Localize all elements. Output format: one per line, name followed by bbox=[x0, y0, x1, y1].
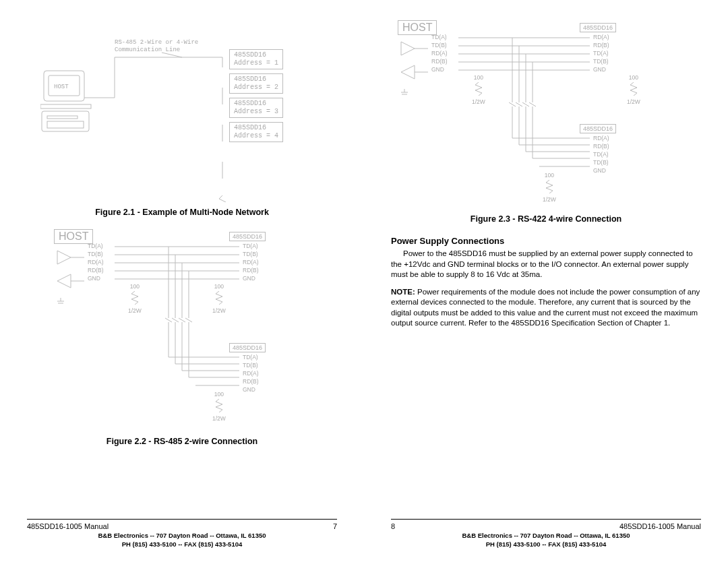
figure-2-1: RS-485 2-Wire or 4-Wire Communication Li… bbox=[27, 20, 337, 202]
node-addr: Address = 1 bbox=[234, 59, 278, 67]
footer-addr-right: B&B Electronics -- 707 Dayton Road -- Ot… bbox=[391, 532, 701, 540]
power-supply-heading: Power Supply Connections bbox=[391, 236, 701, 246]
footer-pagenum-right: 8 bbox=[391, 522, 395, 530]
res-value: 100 bbox=[212, 391, 226, 399]
res-watt: 1/2W bbox=[543, 196, 556, 204]
node-name: 485SDD16 bbox=[234, 124, 266, 131]
module-bot-pins-23: RD(A) RD(B) TD(A) TD(B) GND bbox=[593, 135, 609, 175]
node-name: 485SDD16 bbox=[234, 100, 266, 107]
node-addr: Address = 4 bbox=[234, 132, 278, 139]
module-label-bot-22: 485SDD16 bbox=[229, 343, 266, 352]
fig-2-3-caption: Figure 2.3 - RS-422 4-wire Connection bbox=[391, 214, 701, 224]
footer-manual-left: 485SDD16-1005 Manual bbox=[27, 522, 109, 530]
footer-left: 485SDD16-1005 Manual 7 B&B Electronics -… bbox=[27, 519, 337, 549]
footer-phone-right: PH (815) 433-5100 -- FAX (815) 433-5104 bbox=[391, 540, 701, 549]
page-left-content: RS-485 2-Wire or 4-Wire Communication Li… bbox=[27, 20, 337, 511]
pin-label: TD(A) bbox=[593, 151, 609, 159]
page-right-content: HOST TD(A) TD(B) RD(A) RD(B) GND 48 bbox=[391, 20, 701, 511]
page-left: RS-485 2-Wire or 4-Wire Communication Li… bbox=[0, 0, 364, 562]
node-box: 485SDD16 Address = 2 bbox=[229, 73, 283, 94]
fig-2-2-caption: Figure 2.2 - RS-485 2-wire Connection bbox=[27, 437, 337, 446]
node-addr: Address = 3 bbox=[234, 108, 278, 115]
power-supply-para1: Power to the 485SDD16 must be supplied b… bbox=[391, 249, 701, 280]
footer-phone-left: PH (815) 433-5100 -- FAX (815) 433-5104 bbox=[27, 540, 337, 549]
footer-right: 8 485SDD16-1005 Manual B&B Electronics -… bbox=[391, 519, 701, 549]
fig-2-1-caption: Figure 2.1 - Example of Multi-Node Netwo… bbox=[27, 208, 337, 217]
res-value: 100 bbox=[543, 172, 556, 180]
node-box: 485SDD16 Address = 4 bbox=[229, 122, 283, 142]
footer-addr-left: B&B Electronics -- 707 Dayton Road -- Ot… bbox=[27, 532, 337, 540]
node-box: 485SDD16 Address = 3 bbox=[229, 98, 283, 118]
power-supply-para2: NOTE: Power requirements of the module d… bbox=[391, 287, 701, 329]
footer-manual-right: 485SDD16-1005 Manual bbox=[619, 522, 701, 530]
pin-label: TD(B) bbox=[593, 159, 609, 167]
pin-label: TD(A) bbox=[243, 354, 259, 362]
res-watt: 1/2W bbox=[212, 415, 226, 423]
node-name: 485SDD16 bbox=[234, 75, 266, 83]
resistor-bot-23: 100 1/2W bbox=[543, 172, 556, 204]
figure-2-2: HOST TD(A) TD(B) RD(A) RD(B) GND 48 bbox=[27, 229, 337, 431]
node-addr: Address = 2 bbox=[234, 84, 278, 91]
pin-label: RD(A) bbox=[593, 135, 609, 143]
footer-pagenum-left: 7 bbox=[333, 522, 337, 530]
module-label-bot-23: 485SDD16 bbox=[580, 124, 616, 133]
pin-label: RD(B) bbox=[593, 143, 609, 151]
pin-label: GND bbox=[243, 386, 259, 394]
figure-2-3: HOST TD(A) TD(B) RD(A) RD(B) GND 48 bbox=[391, 20, 701, 209]
pin-label: RD(B) bbox=[243, 378, 259, 386]
node-stack: 485SDD16 Address = 1 485SDD16 Address = … bbox=[229, 47, 283, 144]
node-box: 485SDD16 Address = 1 bbox=[229, 49, 283, 69]
pin-label: TD(B) bbox=[243, 362, 259, 370]
note-prefix: NOTE: bbox=[391, 288, 415, 296]
module-bot-pins-22: TD(A) TD(B) RD(A) RD(B) GND bbox=[243, 354, 259, 394]
pin-label: GND bbox=[593, 167, 609, 175]
note-body: Power requirements of the module does no… bbox=[391, 288, 700, 327]
node-name: 485SDD16 bbox=[234, 51, 266, 59]
page-right: HOST TD(A) TD(B) RD(A) RD(B) GND 48 bbox=[364, 0, 728, 562]
pin-label: RD(A) bbox=[243, 370, 259, 378]
resistor-bot-22: 100 1/2W bbox=[212, 391, 226, 423]
